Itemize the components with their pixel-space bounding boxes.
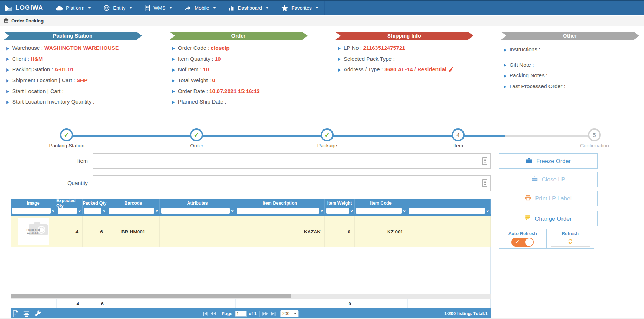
quantity-input[interactable] [93,175,491,191]
filter-clear-button[interactable]: x [230,209,235,213]
align-lines-icon[interactable] [23,311,30,317]
check-icon: ✓ [324,131,330,139]
column-header-barcode[interactable]: Barcode [107,199,160,207]
keypad-icon[interactable] [482,157,487,166]
chevron-down-icon [88,7,91,9]
grid-footer-bar: x Pa [11,308,491,319]
prev-page-button[interactable] [210,311,216,316]
filter-input-image[interactable] [12,208,51,214]
step-item[interactable]: 4 [452,128,465,141]
list-lines-icon [525,215,531,222]
freeze-order-button[interactable]: Freeze Order [499,153,598,169]
bullet-icon: ▶ [6,57,9,61]
refresh-button[interactable] [551,238,590,247]
horizontal-scrollbar[interactable] [11,294,491,299]
chevron-down-icon [266,7,269,9]
column-header-item-code[interactable]: Item Code [355,199,407,207]
item-input[interactable] [93,153,491,169]
field-client: ▶ Client : H&M [6,54,142,65]
filter-input-barcode[interactable] [109,208,154,214]
column-header-image[interactable]: Image [11,199,56,207]
filter-input-item-weight[interactable] [326,208,349,214]
bullet-icon: ▶ [172,89,175,94]
close-lp-button[interactable]: Close LP [499,172,598,187]
filter-clear-button[interactable]: x [349,209,354,213]
breadcrumb: Order Packing [0,16,644,26]
bar-chart-icon [228,5,235,11]
panel-header: Order [169,32,308,40]
page-size-select[interactable]: 200 [280,310,298,317]
cell-expected-qty: 4 [56,216,83,247]
filter-clear-button[interactable]: x [51,209,56,213]
wrench-icon[interactable] [34,310,41,317]
last-page-button[interactable] [270,311,276,316]
item-label: Item [0,158,88,164]
page-number-input[interactable] [235,311,246,317]
horizontal-scrollbar-thumb[interactable] [11,294,291,298]
first-page-button[interactable] [203,311,208,316]
filter-clear-button[interactable]: x [101,209,107,213]
grid-data-row[interactable]: Photo Not Available 4 6 BR-HM001 KAZAK 0… [11,216,491,247]
filter-input-item-code[interactable] [356,208,402,214]
nav-item-dashboard[interactable]: Dashboard [222,1,275,15]
field-last-processed-order: ▶ Last Processed Order : [504,81,639,92]
filter-clear-button[interactable]: x [319,209,324,213]
nav-item-wms[interactable]: WMS [138,1,178,15]
nav-item-favorites[interactable]: Favorites [275,1,325,15]
nav-item-label: Favorites [291,5,312,11]
filter-clear-button[interactable]: x [77,209,82,213]
nav-item-platform[interactable]: Platform [49,1,97,15]
refresh-icon [567,238,573,246]
photo-placeholder: Photo Not Available [18,218,49,245]
filter-input-attributes[interactable] [161,208,230,214]
address-link[interactable]: 3680 AL-14 / Residential [384,66,446,73]
column-header-extra [407,199,491,207]
step-order[interactable]: ✓ [190,128,203,141]
filter-input-expected-qty[interactable] [58,208,77,214]
next-page-button[interactable] [262,311,268,316]
change-order-button[interactable]: Change Order [499,211,598,226]
panel-other: Other ▶ Instructions : ▶ Gift Note : ▶ P… [501,32,639,107]
check-icon: ✓ [515,239,519,245]
filter-clear-button[interactable]: x [485,209,490,213]
grid-totals-row: 4 6 0 [11,299,491,308]
column-header-expected-qty[interactable]: Expected Qty [56,199,83,207]
filter-input-item-description[interactable] [237,208,319,214]
filter-input-extra[interactable] [409,208,485,214]
auto-refresh-toggle[interactable]: ✓ [511,238,534,247]
field-shipment-location: ▶ Shipment Location | Cart : SHP [6,75,142,86]
print-lp-label-button[interactable]: Print LP Label [499,191,598,206]
filter-clear-button[interactable]: x [154,209,159,213]
toggle-knob [525,238,533,246]
nav-item-entity[interactable]: Entity [97,1,138,15]
filter-input-packed-qty[interactable] [84,208,101,214]
check-icon: ✓ [194,131,199,139]
field-packing-station: ▶ Packing Station : A-01.01 [6,64,142,75]
edit-icon[interactable] [448,67,454,72]
field-planned-ship-date: ▶ Planned Ship Date : [172,97,308,107]
info-panels: Packing Station ▶ Warehouse : WASHINGTON… [4,32,639,107]
step-confirmation[interactable]: 5 [588,128,601,141]
step-packing-station[interactable]: ✓ [60,128,73,141]
bullet-icon: ▶ [6,99,9,104]
step-label-package: Package [317,143,337,148]
page-of-label: of 1 [249,311,257,316]
nav-item-label: Platform [66,5,84,11]
column-header-item-description[interactable]: Item Description [235,199,325,207]
column-header-item-weight[interactable]: Item Weight [325,199,355,207]
keypad-icon[interactable] [482,179,487,188]
page-title: Order Packing [11,18,44,24]
column-header-attributes[interactable]: Attributes [160,199,235,207]
chevron-down-icon [316,7,318,9]
nav-item-mobile[interactable]: Mobile [178,1,222,15]
step-label-order: Order [190,143,203,148]
gift-icon [4,18,9,24]
column-header-packed-qty[interactable]: Packed Qty [83,199,107,207]
bullet-icon: ▶ [6,78,9,83]
panel-shipping-info: Shipping Info ▶ LP No : 21163512475721 ▶… [335,32,473,107]
step-label-confirmation: Confirmation [580,143,609,148]
filter-clear-button[interactable]: x [402,209,407,213]
excel-export-icon[interactable]: x [13,310,18,317]
logiwa-logo[interactable]: LOGIWA [0,1,49,15]
step-package[interactable]: ✓ [321,128,334,141]
